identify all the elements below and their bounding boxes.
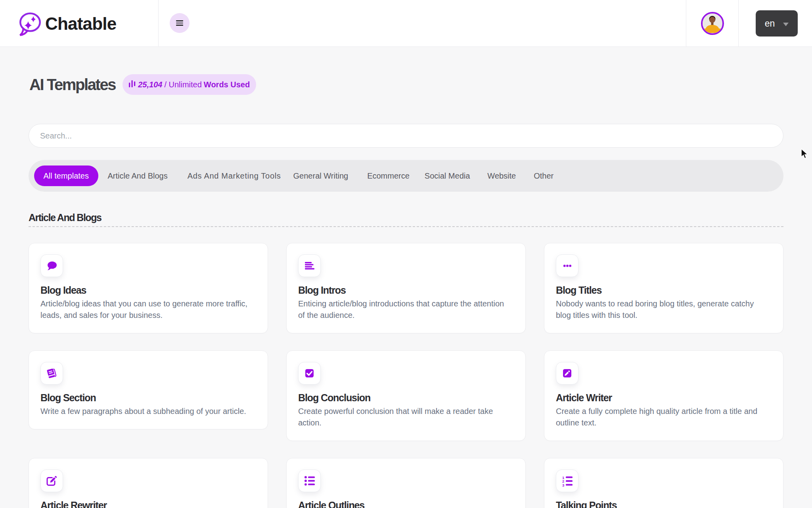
- svg-text:3: 3: [562, 483, 564, 487]
